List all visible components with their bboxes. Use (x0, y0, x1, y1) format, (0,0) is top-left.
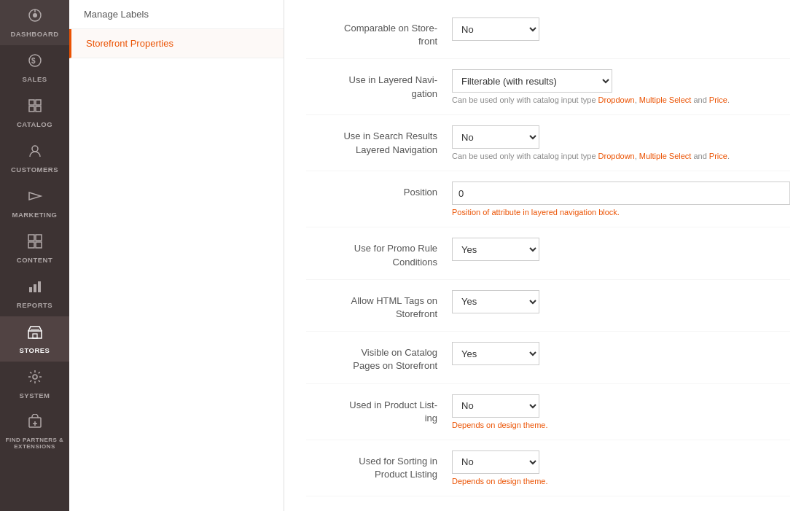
svg-rect-12 (36, 235, 42, 241)
select-search-results-nav[interactable]: No Yes (452, 125, 539, 149)
sidebar-item-stores[interactable]: STORES (0, 316, 69, 362)
svg-rect-16 (34, 284, 36, 292)
system-icon (27, 369, 43, 389)
sidebar-item-label-dashboard: DASHBOARD (10, 30, 58, 38)
svg-rect-6 (36, 100, 41, 105)
sidebar-item-system[interactable]: SYSTEM (0, 362, 69, 407)
select-product-listing[interactable]: No Yes (452, 394, 539, 418)
form-row-search-results-nav: Use in Search ResultsLayered Navigation … (306, 115, 790, 171)
svg-rect-17 (38, 281, 41, 292)
form-row-promo-rule: Use for Promo RuleConditions Yes No (306, 227, 790, 279)
label-visible-catalog: Visible on CatalogPages on Storefront (306, 342, 452, 372)
form-row-visible-catalog: Visible on CatalogPages on Storefront Ye… (306, 332, 790, 383)
form-row-comparable: Comparable on Store-front No Yes (306, 7, 790, 59)
menu-item-storefront-properties[interactable]: Storefront Properties (69, 29, 284, 58)
select-layered-nav[interactable]: Filterable (with results) Filterable (no… (452, 69, 612, 93)
sidebar-item-label-customers: CUSTOMERS (11, 165, 58, 173)
sidebar-item-label-marketing: MARKETING (12, 211, 57, 219)
sales-icon: $ (27, 52, 43, 72)
label-sorting-listing: Used for Sorting inProduct Listing (306, 450, 452, 481)
sidebar-item-content[interactable]: CONTENT (0, 226, 69, 271)
svg-marker-10 (29, 192, 41, 200)
svg-rect-18 (28, 331, 42, 338)
catalog-icon (27, 98, 43, 117)
svg-rect-14 (36, 242, 42, 248)
sidebar-item-reports[interactable]: REPORTS (0, 271, 69, 316)
stores-icon (27, 324, 43, 343)
svg-rect-15 (29, 287, 32, 292)
input-position[interactable] (452, 182, 790, 205)
label-product-listing: Used in Product List-ing (306, 394, 452, 425)
field-html-tags: Yes No (452, 290, 790, 313)
menu-item-manage-labels[interactable]: Manage Labels (69, 0, 284, 29)
partners-icon (27, 414, 43, 434)
select-visible-catalog[interactable]: Yes No (452, 342, 539, 365)
svg-rect-11 (28, 235, 34, 241)
field-position: Position of attribute in layered navigat… (452, 182, 790, 217)
form-section: Comparable on Store-front No Yes Use in … (284, 0, 812, 504)
svg-rect-5 (29, 100, 34, 105)
select-html-tags[interactable]: Yes No (452, 290, 539, 313)
customers-icon (27, 143, 43, 163)
label-search-results-nav: Use in Search ResultsLayered Navigation (306, 125, 452, 156)
svg-point-21 (33, 375, 37, 379)
field-product-listing: No Yes Depends on design theme. (452, 394, 790, 429)
sidebar-item-label-content: CONTENT (17, 256, 52, 264)
form-row-sorting-listing: Used for Sorting inProduct Listing No Ye… (306, 440, 790, 496)
select-sorting-listing[interactable]: No Yes (452, 450, 539, 474)
svg-point-1 (33, 13, 37, 17)
sidebar: DASHBOARD $ SALES CATALOG C (0, 0, 69, 511)
sidebar-item-label-stores: STORES (20, 346, 50, 354)
label-comparable: Comparable on Store-front (306, 17, 452, 48)
svg-text:$: $ (31, 57, 36, 65)
field-visible-catalog: Yes No (452, 342, 790, 365)
svg-rect-13 (28, 242, 34, 248)
sidebar-item-label-partners: FIND PARTNERS & EXTENSIONS (4, 437, 66, 450)
form-row-product-listing: Used in Product List-ing No Yes Depends … (306, 384, 790, 440)
svg-rect-8 (36, 106, 41, 112)
svg-rect-19 (33, 334, 37, 338)
hint-position: Position of attribute in layered navigat… (452, 208, 790, 217)
sidebar-item-dashboard[interactable]: DASHBOARD (0, 0, 69, 45)
marketing-icon (27, 188, 43, 208)
field-sorting-listing: No Yes Depends on design theme. (452, 450, 790, 485)
sidebar-item-label-sales: SALES (22, 75, 47, 83)
svg-rect-7 (29, 106, 34, 112)
help-search-results-nav: Can be used only with catalog input type… (452, 152, 790, 160)
sidebar-item-label-catalog: CATALOG (17, 120, 52, 128)
sidebar-item-customers[interactable]: CUSTOMERS (0, 136, 69, 181)
form-row-html-tags: Allow HTML Tags onStorefront Yes No (306, 280, 790, 332)
hint-sorting-listing: Depends on design theme. (452, 477, 790, 485)
sidebar-item-partners[interactable]: FIND PARTNERS & EXTENSIONS (0, 407, 69, 457)
help-layered-nav: Can be used only with catalog input type… (452, 95, 790, 104)
form-row-position: Position Position of attribute in layere… (306, 171, 790, 227)
sidebar-item-sales[interactable]: $ SALES (0, 45, 69, 90)
sidebar-item-marketing[interactable]: MARKETING (0, 181, 69, 226)
label-html-tags: Allow HTML Tags onStorefront (306, 290, 452, 321)
field-search-results-nav: No Yes Can be used only with catalog inp… (452, 125, 790, 160)
reports-icon (27, 278, 43, 298)
select-comparable[interactable]: No Yes (452, 17, 539, 41)
left-panel: Manage Labels Storefront Properties (69, 0, 284, 511)
svg-point-9 (32, 146, 38, 152)
main-content: Comparable on Store-front No Yes Use in … (284, 0, 812, 511)
label-promo-rule: Use for Promo RuleConditions (306, 238, 452, 268)
label-layered-nav: Use in Layered Navi-gation (306, 69, 452, 100)
select-promo-rule[interactable]: Yes No (452, 238, 539, 261)
form-row-layered-nav: Use in Layered Navi-gation Filterable (w… (306, 59, 790, 115)
sidebar-item-label-system: SYSTEM (19, 391, 50, 399)
field-promo-rule: Yes No (452, 238, 790, 261)
hint-product-listing: Depends on design theme. (452, 421, 790, 429)
dashboard-icon (27, 7, 43, 27)
field-layered-nav: Filterable (with results) Filterable (no… (452, 69, 790, 104)
field-comparable: No Yes (452, 17, 790, 41)
sidebar-item-catalog[interactable]: CATALOG (0, 90, 69, 136)
content-icon (27, 233, 43, 253)
sidebar-item-label-reports: REPORTS (17, 301, 52, 309)
label-position: Position (306, 182, 452, 199)
